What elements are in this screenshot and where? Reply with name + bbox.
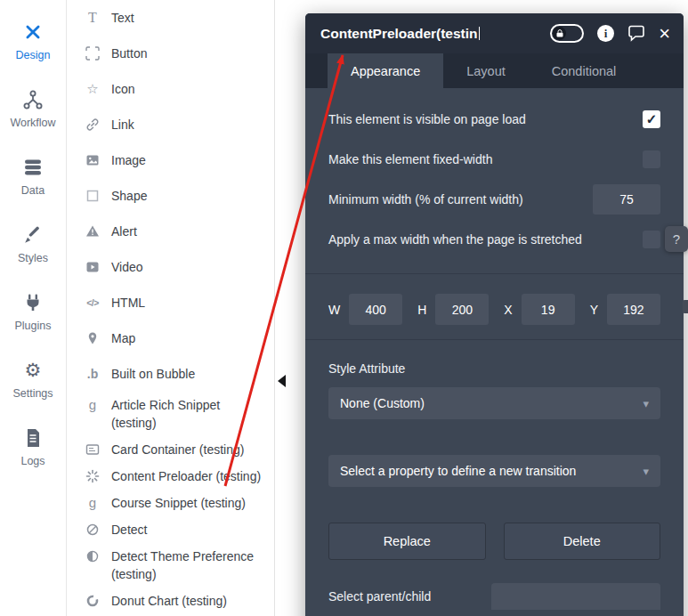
lock-icon — [553, 27, 566, 40]
palette-item-article-rich-snippet[interactable]: g Article Rich Snippet (testing) — [67, 392, 274, 436]
palette-item-label: Text — [111, 9, 134, 27]
palette-item-label: Alert — [111, 223, 137, 240]
x-label: X — [504, 303, 512, 317]
x-input[interactable] — [522, 294, 575, 325]
text-cursor — [479, 27, 481, 40]
bubble-editor: { "nav": { "items": [ {"label": "Design"… — [0, 0, 688, 616]
palette-item-label: Card Container (testing) — [111, 441, 244, 458]
max-width-checkbox[interactable] — [643, 231, 660, 248]
palette-item-icon[interactable]: ☆ Icon — [67, 71, 274, 107]
transition-dropdown[interactable]: Select a property to define a new transi… — [328, 455, 660, 487]
visible-on-load-label: This element is visible on page load — [328, 112, 526, 126]
alert-icon — [85, 223, 101, 240]
palette-item-html[interactable]: </> HTML — [67, 285, 274, 320]
nav-item-design[interactable]: Design — [0, 7, 66, 75]
visibility-toggle[interactable] — [550, 24, 584, 43]
chevron-down-icon: ▾ — [643, 465, 649, 478]
fixed-width-label: Make this element fixed-width — [328, 152, 492, 166]
palette-item-video[interactable]: Video — [67, 249, 274, 285]
plug-icon — [22, 292, 44, 313]
replace-button[interactable]: Replace — [328, 523, 486, 560]
fixed-width-checkbox[interactable] — [643, 150, 660, 168]
nav-item-logs[interactable]: Logs — [0, 413, 66, 481]
palette-item-detect[interactable]: Detect — [67, 516, 274, 543]
nav-item-plugins[interactable]: Plugins — [0, 278, 66, 345]
style-attribute-dropdown[interactable]: None (Custom) ▾ — [328, 387, 660, 419]
nav-item-data[interactable]: Data — [0, 142, 66, 210]
help-button[interactable]: ? — [665, 226, 688, 252]
palette-item-label: Built on Bubble — [111, 365, 195, 383]
visible-on-load-row: This element is visible on page load — [328, 99, 660, 139]
tab-conditional[interactable]: Conditional — [529, 53, 640, 88]
nav-item-styles[interactable]: Styles — [0, 210, 66, 278]
main-nav: Design Workflow Data Styles Plugins ⚙ Se… — [0, 0, 67, 616]
palette-item-map[interactable]: Map — [67, 320, 274, 356]
element-name-field[interactable]: ContentPreloader(testin — [320, 26, 478, 42]
width-label: W — [328, 303, 340, 317]
map-pin-icon — [85, 329, 101, 347]
image-icon — [85, 151, 101, 169]
height-input[interactable] — [435, 294, 489, 325]
button-icon — [85, 45, 101, 62]
max-width-label: Apply a max width when the page is stret… — [328, 232, 582, 247]
chevron-down-icon: ▾ — [643, 397, 649, 410]
height-label: H — [417, 303, 426, 317]
palette-item-text[interactable]: T Text — [67, 0, 274, 36]
width-input[interactable] — [349, 294, 402, 325]
card-icon — [85, 441, 101, 458]
nav-label: Logs — [20, 455, 45, 467]
transition-placeholder: Select a property to define a new transi… — [340, 464, 576, 478]
code-icon: </> — [85, 294, 101, 312]
palette-item-built-on-bubble[interactable]: .b Built on Bubble — [67, 356, 274, 392]
nav-label: Design — [16, 49, 51, 61]
info-icon[interactable]: i — [597, 25, 614, 42]
header-icons: i × — [550, 24, 670, 43]
palette-item-label: Icon — [111, 80, 134, 98]
visible-on-load-checkbox[interactable] — [643, 110, 660, 128]
divider — [305, 273, 684, 274]
bubble-icon: .b — [85, 365, 101, 383]
parent-child-label: Select parent/child — [328, 589, 431, 604]
palette-item-label: Link — [111, 116, 134, 134]
palette-item-course-snippet[interactable]: g Course Snippet (testing) — [67, 490, 274, 516]
nav-item-settings[interactable]: ⚙ Settings — [0, 345, 66, 413]
g-icon: g — [85, 494, 101, 512]
palette-item-image[interactable]: Image — [67, 142, 274, 178]
palette-collapse-arrow-icon[interactable] — [278, 375, 286, 387]
palette-item-label: Course Snippet (testing) — [111, 494, 246, 512]
palette-item-link[interactable]: Link — [67, 107, 274, 142]
property-editor-header[interactable]: ContentPreloader(testin i × — [305, 13, 684, 53]
y-input[interactable] — [607, 294, 660, 325]
palette-item-label: Button — [111, 45, 147, 62]
inspector-tabs: Appearance Layout Conditional — [305, 53, 684, 88]
palette-item-label: Shape — [111, 187, 147, 205]
nav-label: Data — [21, 184, 45, 197]
document-icon — [22, 427, 44, 449]
y-group: Y — [590, 294, 660, 325]
palette-item-shape[interactable]: Shape — [67, 178, 274, 214]
palette-item-content-preloader[interactable]: Content Preloader (testing) — [67, 463, 274, 490]
tab-layout[interactable]: Layout — [443, 53, 529, 88]
palette-item-label: Image — [111, 151, 146, 169]
comment-icon[interactable] — [627, 25, 645, 42]
min-width-input[interactable] — [593, 184, 660, 215]
palette-item-alert[interactable]: Alert — [67, 214, 274, 249]
close-icon[interactable]: × — [659, 25, 670, 43]
text-icon: T — [85, 9, 101, 27]
palette-item-label: HTML — [111, 294, 145, 312]
palette-item-card-container[interactable]: Card Container (testing) — [67, 436, 274, 463]
delete-button[interactable]: Delete — [504, 523, 661, 560]
spinner-icon — [85, 467, 101, 485]
parent-child-dropdown[interactable] — [491, 583, 660, 610]
fixed-width-row: Make this element fixed-width — [328, 139, 660, 179]
palette-item-label: Content Preloader (testing) — [111, 467, 261, 485]
palette-item-button[interactable]: Button — [67, 36, 274, 71]
min-width-row: Minimum width (% of current width) — [328, 179, 660, 219]
nav-item-workflow[interactable]: Workflow — [0, 75, 66, 142]
tab-appearance[interactable]: Appearance — [328, 53, 443, 88]
palette-item-donut-chart[interactable]: Donut Chart (testing) — [67, 588, 274, 614]
tab-label: Layout — [466, 64, 506, 78]
dimensions-row: W H X Y — [328, 294, 660, 325]
palette-item-detect-theme-preference[interactable]: Detect Theme Preference (testing) — [67, 543, 274, 588]
element-palette: T Text Button ☆ Icon Link Image Shape Al… — [67, 0, 275, 616]
